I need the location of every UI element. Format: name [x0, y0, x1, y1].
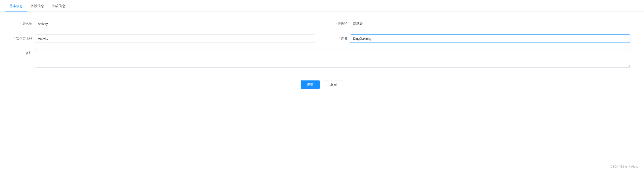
entity-name-input[interactable]	[35, 34, 315, 43]
button-row: 提交 返回	[0, 75, 644, 96]
tabs-bar: 基本信息 字段信息 生成信息	[0, 0, 644, 12]
submit-button[interactable]: 提交	[300, 80, 320, 89]
tab-field[interactable]: 字段信息	[27, 4, 48, 12]
author-input[interactable]	[350, 34, 630, 43]
tab-generate[interactable]: 生成信息	[48, 4, 69, 12]
notes-label: 备注	[14, 49, 32, 55]
required-star-4: *	[339, 36, 340, 40]
entity-name-label: *实体类名称	[14, 36, 32, 41]
form-container: *表名称 *表描述 *实体类名称 *作者	[0, 12, 644, 68]
table-desc-label: *表描述	[329, 22, 347, 26]
table-name-group: *表名称	[14, 20, 315, 28]
author-group: *作者	[329, 34, 630, 43]
required-star-1: *	[20, 22, 22, 26]
required-star-2: *	[336, 22, 337, 26]
author-label: *作者	[329, 36, 347, 41]
table-desc-group: *表描述	[329, 20, 630, 28]
form-row-1: *表名称 *表描述	[14, 20, 630, 28]
page-container: 基本信息 字段信息 生成信息 *表名称 *表描述 *实	[0, 0, 644, 171]
required-star-3: *	[14, 36, 15, 40]
entity-name-group: *实体类名称	[14, 34, 315, 43]
page-footer: CSDN ©Ding_Jiaxiong	[610, 165, 638, 168]
form-row-2: *实体类名称 *作者	[14, 34, 630, 43]
notes-row: 备注	[14, 49, 630, 68]
notes-textarea[interactable]	[35, 49, 630, 68]
return-button[interactable]: 返回	[324, 80, 344, 89]
tab-basic[interactable]: 基本信息	[6, 4, 27, 12]
table-desc-input[interactable]	[350, 20, 630, 28]
table-name-label: *表名称	[14, 22, 32, 26]
notes-textarea-wrapper	[35, 49, 630, 68]
table-name-input[interactable]	[35, 20, 315, 28]
